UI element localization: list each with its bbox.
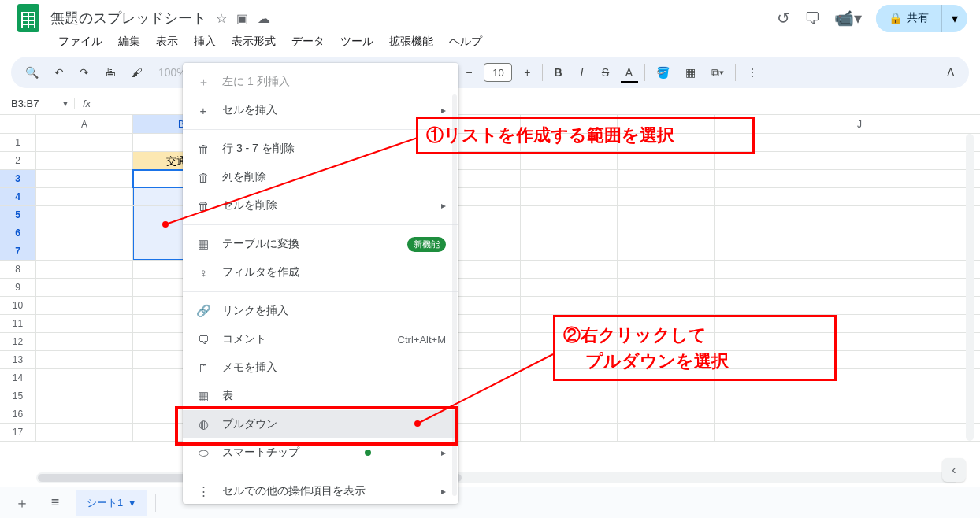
menu-tools[interactable]: ツール [334,31,380,52]
italic-icon[interactable]: I [574,63,591,82]
cm-delete-cell[interactable]: 🗑セルを削除▸ [183,191,458,220]
cell[interactable] [36,297,133,314]
row-header[interactable]: 9 [0,279,36,296]
undo-icon[interactable]: ↶ [50,63,69,82]
cell[interactable] [521,424,618,441]
cell[interactable] [36,424,133,441]
cell[interactable] [618,152,715,169]
cloud-icon[interactable]: ☁ [258,11,270,26]
cell[interactable] [521,224,618,242]
cell[interactable] [36,242,133,260]
cm-more-actions[interactable]: ⋮セルでの他の操作項目を表示▸ [183,477,458,505]
sheet-tab-1[interactable]: シート1▼ [76,490,147,516]
collapse-toolbar-icon[interactable]: ᐱ [942,63,960,82]
menu-file[interactable]: ファイル [52,31,109,52]
text-color-icon[interactable]: A [621,63,638,82]
vertical-scrollbar[interactable] [966,134,974,441]
menu-view[interactable]: 表示 [150,31,184,52]
cell[interactable] [36,134,133,151]
cm-insert-link[interactable]: 🔗リンクを挿入 [183,297,458,325]
meet-icon[interactable]: 📹▾ [834,9,862,28]
cell[interactable] [36,369,133,387]
share-caret[interactable]: ▾ [941,5,967,32]
cell[interactable] [811,279,908,296]
row-header[interactable]: 14 [0,369,36,387]
cell[interactable] [36,188,133,205]
cell[interactable] [618,206,715,224]
cm-insert-note[interactable]: 🗒メモを挿入 [183,353,458,382]
menu-extensions[interactable]: 拡張機能 [383,31,440,52]
cell[interactable] [618,261,715,278]
borders-icon[interactable]: ▦ [681,63,700,82]
cell[interactable] [618,224,715,242]
cell[interactable] [521,387,618,405]
cell[interactable] [521,242,618,260]
cell[interactable] [715,206,811,224]
cell[interactable] [36,152,133,169]
cell[interactable] [36,261,133,278]
horizontal-scrollbar[interactable] [36,472,958,483]
cell[interactable] [618,297,715,314]
menu-edit[interactable]: 編集 [112,31,147,52]
menu-insert[interactable]: 挿入 [187,31,222,52]
star-icon[interactable]: ☆ [216,11,227,26]
cell[interactable] [811,242,908,260]
row-header[interactable]: 3 [0,170,36,187]
row-header[interactable]: 17 [0,424,36,441]
add-sheet-button[interactable]: ＋ [9,490,35,516]
menu-format[interactable]: 表示形式 [225,31,282,52]
cell[interactable] [811,224,908,242]
all-sheets-button[interactable]: ≡ [43,490,68,516]
bold-icon[interactable]: B [549,63,566,82]
col-header-A[interactable]: A [36,115,133,133]
comments-icon[interactable]: 🗨 [804,9,820,28]
cell[interactable] [811,387,908,405]
row-header[interactable]: 10 [0,297,36,314]
cell[interactable] [36,206,133,224]
cell[interactable] [618,242,715,260]
cell[interactable] [36,315,133,332]
cm-insert-col-left[interactable]: ＋左に 1 列挿入 [183,68,458,96]
font-size-dec[interactable]: − [460,63,477,82]
font-size-input[interactable]: 10 [484,63,512,82]
select-all-corner[interactable] [0,115,36,133]
cell[interactable] [521,297,618,314]
row-header[interactable]: 2 [0,152,36,169]
print-icon[interactable]: 🖶 [100,63,121,82]
row-header[interactable]: 12 [0,333,36,350]
cell[interactable] [618,424,715,441]
cell[interactable] [811,424,908,441]
cell[interactable] [715,261,811,278]
history-icon[interactable]: ↺ [777,9,790,28]
row-header[interactable]: 1 [0,134,36,151]
font-size-inc[interactable]: + [518,63,536,82]
cell[interactable] [521,405,618,423]
cell[interactable] [618,170,715,187]
cell[interactable] [811,206,908,224]
cell[interactable] [715,387,811,405]
cm-to-table[interactable]: ▦テーブルに変換新機能 [183,230,458,258]
cell[interactable] [811,188,908,205]
cm-comment[interactable]: 🗨コメントCtrl+Alt+M [183,325,458,353]
cell[interactable] [811,134,908,151]
cell[interactable] [521,170,618,187]
cell[interactable] [521,188,618,205]
cell[interactable] [715,279,811,296]
cm-smartchip[interactable]: ⬭スマートチップ▸ [183,438,458,467]
cell[interactable] [811,297,908,314]
row-header[interactable]: 8 [0,261,36,278]
cell[interactable] [811,152,908,169]
explore-button[interactable]: ‹ [942,458,966,482]
row-header[interactable]: 4 [0,188,36,205]
cell[interactable] [36,387,133,405]
menu-data[interactable]: データ [285,31,331,52]
cell[interactable] [715,405,811,423]
cm-table[interactable]: ▦表 [183,382,458,410]
cell[interactable] [36,351,133,368]
share-button[interactable]: 🔒共有 ▾ [876,5,967,32]
row-header[interactable]: 13 [0,351,36,368]
cell[interactable] [521,261,618,278]
fill-color-icon[interactable]: 🪣 [651,63,674,82]
cell[interactable] [715,152,811,169]
cell[interactable] [811,261,908,278]
